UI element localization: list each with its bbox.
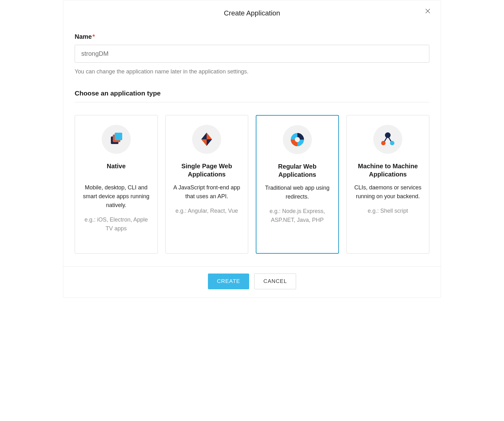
svg-point-14 [385,132,391,138]
close-icon [425,8,431,15]
m2m-icon [373,125,402,154]
close-button[interactable] [424,7,432,15]
svg-marker-6 [207,133,212,139]
svg-point-11 [295,137,300,142]
card-description: Mobile, desktop, CLI and smart device ap… [81,183,152,210]
card-title: Native [81,162,152,178]
card-examples: e.g.: iOS, Electron, Apple TV apps [81,216,152,233]
card-title: Machine to Machine Applications [352,162,424,178]
create-button[interactable]: CREATE [208,274,249,289]
modal-footer: CREATE CANCEL [63,266,441,297]
app-type-grid: Native Mobile, desktop, CLI and smart de… [75,115,429,254]
card-description: Traditional web app using redirects. [262,184,333,201]
card-description: A JavaScript front-end app that uses an … [171,183,243,201]
name-helper-text: You can change the application name late… [75,68,429,75]
app-type-card-native[interactable]: Native Mobile, desktop, CLI and smart de… [75,115,158,254]
card-title: Single Page Web Applications [171,162,243,178]
name-label-text: Name [75,33,92,40]
create-application-modal: Create Application Name* You can change … [63,0,441,298]
app-type-card-regular-web[interactable]: Regular Web Applications Traditional web… [256,115,339,254]
app-type-card-m2m[interactable]: Machine to Machine Applications CLIs, da… [346,115,430,254]
type-section-heading: Choose an application type [75,89,429,102]
name-input[interactable] [75,45,429,63]
svg-marker-9 [207,139,212,146]
spa-icon [192,125,221,154]
name-label: Name* [75,33,429,40]
svg-marker-8 [201,133,207,139]
card-examples: e.g.: Node.js Express, ASP.NET, Java, PH… [262,207,333,225]
app-type-card-spa[interactable]: Single Page Web Applications A JavaScrip… [165,115,249,254]
card-examples: e.g.: Shell script [352,207,424,216]
svg-point-16 [390,141,394,145]
card-title: Regular Web Applications [262,162,333,179]
svg-point-15 [381,141,386,145]
name-field-group: Name* You can change the application nam… [75,33,429,75]
svg-rect-4 [115,133,122,140]
native-icon [102,125,131,154]
svg-marker-7 [201,139,207,146]
card-examples: e.g.: Angular, React, Vue [171,207,243,216]
cancel-button[interactable]: CANCEL [254,274,296,289]
card-description: CLIs, daemons or services running on you… [352,183,424,201]
required-asterisk: * [92,33,95,40]
modal-title: Create Application [75,9,429,24]
regular-web-icon [283,125,312,154]
